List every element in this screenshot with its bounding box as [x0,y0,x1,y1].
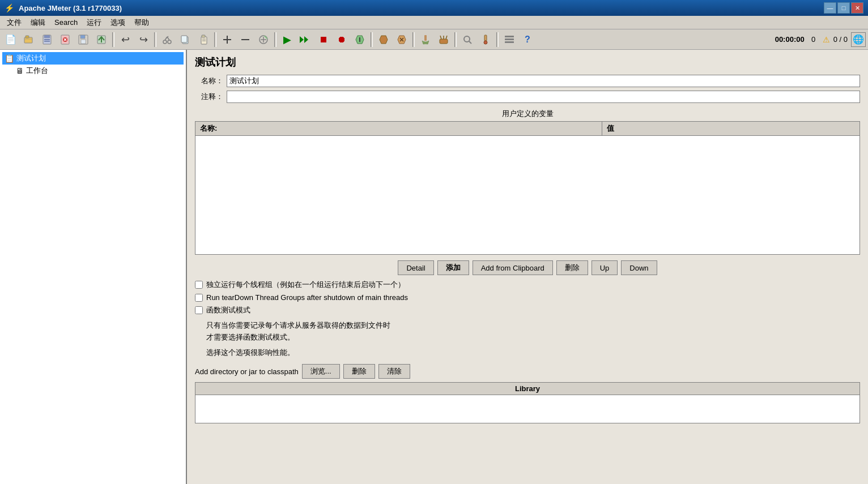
save-button[interactable] [75,32,92,48]
list-button[interactable] [501,32,518,48]
desc-line3: 选择这个选项很影响性能。 [206,347,860,359]
add-button[interactable]: 添加 [437,260,469,275]
svg-marker-32 [300,36,304,43]
stop-button[interactable]: ⏹ [315,32,332,48]
svg-rect-5 [44,41,50,42]
tree-item-testplan[interactable]: 📋 测试计划 [2,52,184,65]
classpath-label: Add directory or jar to classpath [195,367,299,376]
var-btn-row: Detail 添加 Add from Clipboard 删除 Up Down [195,260,860,275]
clear-button[interactable]: 清除 [378,364,410,379]
timer-display: 00:00:00 [775,35,805,44]
broom2-button[interactable] [435,32,452,48]
search-button[interactable] [459,32,476,48]
stop2-button[interactable] [375,32,392,48]
tree-item-testplan-label: 测试计划 [16,53,46,63]
toolbar-sep-8 [496,32,499,47]
library-table: Library [195,382,860,395]
close-red-button[interactable] [57,32,74,48]
desc-text-2: 选择这个选项很影响性能。 [206,347,860,359]
title-bar: ⚡ Apache JMeter (3.1 r1770033) — □ ✕ [0,0,868,16]
svg-rect-49 [505,36,514,37]
checkbox2[interactable] [195,294,203,302]
copy-button[interactable] [177,32,194,48]
revert-button[interactable] [93,32,110,48]
menu-run[interactable]: 运行 [82,16,106,29]
toolbar-sep-2 [154,32,156,47]
expand-button[interactable] [219,32,236,48]
svg-rect-1 [25,36,29,38]
stop-script-button[interactable] [351,32,368,48]
delete-classpath-button[interactable]: 删除 [343,364,375,379]
svg-rect-50 [505,38,514,40]
up-button[interactable]: Up [592,260,618,275]
checkbox2-label: Run tearDown Thread Groups after shutdow… [206,293,408,302]
start-no-pause-button[interactable] [297,32,314,48]
var-section: 用户定义的变量 名称: 值 [195,109,860,255]
var-section-title: 用户定义的变量 [195,109,860,119]
svg-rect-4 [44,39,50,40]
checkbox2-row: Run tearDown Thread Groups after shutdow… [195,293,860,302]
window-controls: — □ ✕ [824,2,863,14]
var-table: 名称: 值 [195,121,860,136]
detail-button[interactable]: Detail [398,260,433,275]
checkbox3-label: 函数测试模式 [206,305,250,315]
svg-marker-33 [304,36,308,43]
start-button[interactable]: ▶ [279,32,296,48]
paste-button[interactable] [195,32,212,48]
menu-help[interactable]: 帮助 [130,16,154,29]
svg-rect-47 [484,35,487,41]
classpath-row: Add directory or jar to classpath 浏览... … [195,364,860,379]
svg-point-45 [464,36,470,42]
checkbox1-label: 独立运行每个线程组（例如在一个组运行结束后启动下一个） [206,280,405,290]
brush-button[interactable] [477,32,494,48]
desc-line2: 才需要选择函数测试模式。 [206,332,860,344]
maximize-button[interactable]: □ [837,2,850,14]
name-input[interactable] [227,75,860,87]
comment-row: 注释： [195,91,860,103]
broom1-button[interactable] [417,32,434,48]
svg-line-44 [446,36,447,39]
menu-search[interactable]: Search [50,17,82,28]
redo-button[interactable]: ↪ [135,32,152,48]
save-template-button[interactable] [39,32,56,48]
menu-edit[interactable]: 编辑 [26,16,50,29]
cut-button[interactable] [159,32,176,48]
open-button[interactable] [20,32,37,48]
name-row: 名称： [195,75,860,87]
testplan-icon: 📋 [5,54,14,63]
undo-button[interactable]: ↩ [117,32,134,48]
comment-label: 注释： [195,92,223,102]
menu-file[interactable]: 文件 [2,16,26,29]
checkbox3[interactable] [195,306,203,314]
down-button[interactable]: Down [621,260,657,275]
collapse-button[interactable] [237,32,254,48]
menu-options[interactable]: 选项 [106,16,130,29]
delete-var-button[interactable]: 删除 [556,260,588,275]
new-button[interactable]: 📄 [2,32,19,48]
name-label: 名称： [195,76,223,86]
globe-button[interactable]: 🌐 [851,32,866,47]
main-area: 📋 测试计划 🖥 工作台 测试计划 名称： 注释： 用户定义的变量 名称: 值 [0,50,868,484]
close-button[interactable]: ✕ [851,2,863,14]
workbench-icon: 🖥 [16,66,24,75]
minimize-button[interactable]: — [824,2,836,14]
browse-button[interactable]: 浏览... [302,364,340,379]
comment-input[interactable] [227,91,860,103]
svg-line-46 [469,41,471,44]
svg-line-42 [440,36,441,39]
toolbar-sep-6 [412,32,415,47]
tree-item-workbench[interactable]: 🖥 工作台 [14,65,184,77]
svg-rect-3 [44,35,50,38]
help-button[interactable]: ? [519,32,536,48]
checkbox3-row: 函数测试模式 [195,305,860,315]
tree-item-workbench-label: 工作台 [26,66,48,76]
svg-rect-23 [202,35,205,37]
shutdown-button[interactable]: ⏺ [333,32,350,48]
toolbar-sep-5 [371,32,373,47]
stop3-button[interactable] [393,32,410,48]
svg-rect-12 [81,40,86,44]
checkbox1[interactable] [195,281,203,289]
toggle-button[interactable] [255,32,272,48]
ratio-display: 0 / 0 [833,35,848,44]
add-from-clipboard-button[interactable]: Add from Clipboard [473,260,553,275]
